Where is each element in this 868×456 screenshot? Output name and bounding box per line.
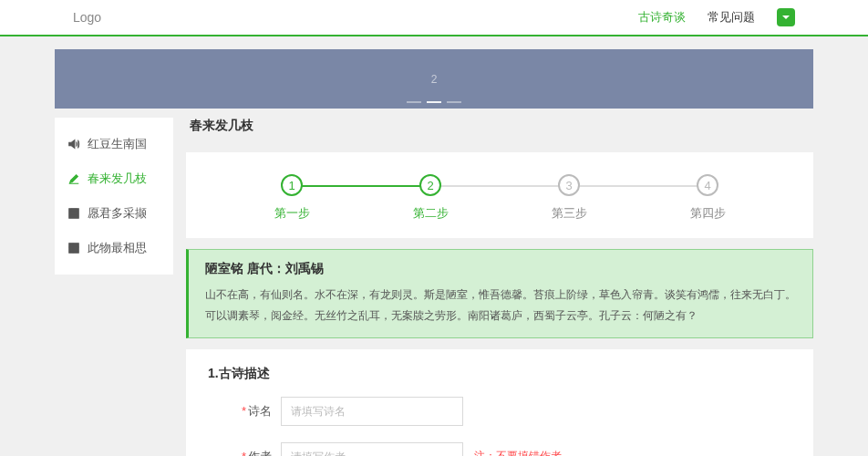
steps-bar: 1 第一步 2 第二步 3 第三步 4 第四步 (222, 174, 777, 222)
svg-rect-1 (69, 244, 79, 254)
author-label: *作者 (208, 449, 281, 456)
save-icon (67, 207, 80, 220)
page-title: 春来发几枝 (186, 118, 813, 141)
volume-icon (67, 138, 80, 150)
edit-icon (67, 172, 80, 185)
nav-dropdown-toggle[interactable] (777, 8, 795, 26)
banner-number: 2 (431, 73, 438, 86)
step-4[interactable]: 4 第四步 (638, 174, 777, 222)
poem-name-label: *诗名 (208, 403, 281, 420)
sidebar-item-label: 春来发几枝 (88, 171, 147, 187)
sidebar-item-4[interactable]: 此物最相思 (55, 231, 173, 265)
sidebar-item-3[interactable]: 愿君多采撷 (55, 196, 173, 231)
sidebar-item-label: 红豆生南国 (88, 136, 147, 152)
carousel-banner[interactable]: 2 (55, 49, 813, 109)
sidebar: 红豆生南国 春来发几枝 愿君多采撷 此物最相思 (55, 118, 173, 275)
grid-icon (67, 242, 80, 254)
step-label: 第一步 (222, 205, 361, 222)
nav-faq[interactable]: 常见问题 (708, 9, 755, 26)
step-label: 第四步 (638, 205, 777, 222)
poem-body: 山不在高，有仙则名。水不在深，有龙则灵。斯是陋室，惟吾德馨。苔痕上阶绿，草色入帘… (205, 285, 796, 326)
sidebar-item-label: 此物最相思 (88, 240, 147, 256)
chevron-down-icon (781, 13, 790, 22)
form-section-title: 1.古诗描述 (208, 366, 791, 382)
step-3[interactable]: 3 第三步 (500, 174, 638, 222)
step-number: 4 (697, 174, 718, 196)
nav-poetry-talk[interactable]: 古诗奇谈 (638, 9, 686, 26)
poem-title: 陋室铭 唐代：刘禹锡 (205, 261, 796, 277)
author-note: 注：不要填错作者 (474, 449, 562, 456)
step-2[interactable]: 2 第二步 (361, 174, 500, 222)
logo: Logo (73, 10, 101, 25)
sidebar-item-label: 愿君多采撷 (88, 205, 147, 222)
step-number: 3 (558, 174, 580, 196)
carousel-indicators[interactable] (407, 101, 461, 103)
step-number: 1 (281, 174, 303, 196)
sidebar-item-2[interactable]: 春来发几枝 (55, 161, 173, 196)
step-1[interactable]: 1 第一步 (222, 174, 361, 222)
step-label: 第二步 (361, 205, 500, 222)
sidebar-item-1[interactable]: 红豆生南国 (55, 127, 173, 161)
step-label: 第三步 (500, 205, 638, 222)
step-number: 2 (419, 174, 441, 196)
poem-name-input[interactable] (281, 397, 463, 426)
poem-alert: 陋室铭 唐代：刘禹锡 山不在高，有仙则名。水不在深，有龙则灵。斯是陋室，惟吾德馨… (186, 249, 813, 338)
author-input[interactable] (281, 442, 463, 456)
